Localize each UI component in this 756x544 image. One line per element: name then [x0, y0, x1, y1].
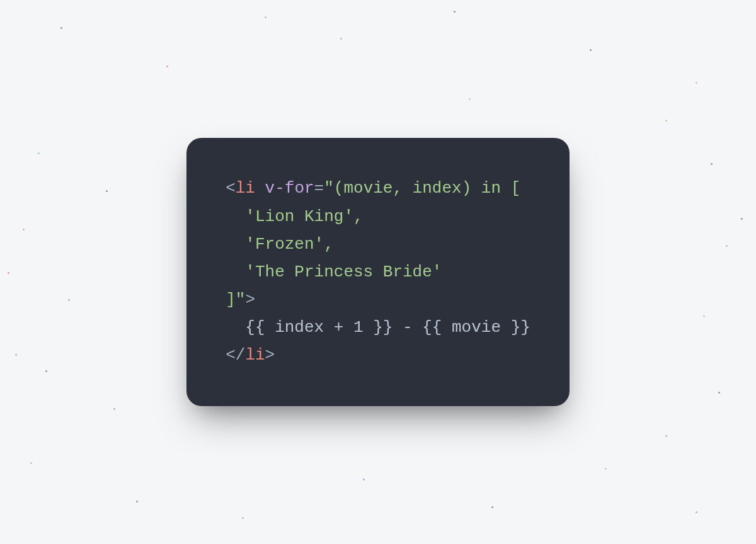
code-bracket: </ — [226, 346, 245, 365]
code-snippet-card: <li v-for="(movie, index) in [ 'Lion Kin… — [186, 138, 570, 405]
code-string: 'Lion King', — [226, 207, 363, 226]
code-string: 'The Princess Bride' — [226, 263, 442, 281]
code-string: "(movie, index) in [ — [324, 179, 520, 198]
code-block: <li v-for="(movie, index) in [ 'Lion Kin… — [226, 174, 530, 369]
code-text: {{ index + 1 }} - {{ movie }} — [226, 318, 530, 337]
code-bracket: > — [265, 346, 275, 365]
code-string: 'Frozen', — [226, 235, 334, 254]
code-string: ]" — [226, 290, 245, 309]
code-attribute: v-for — [265, 179, 314, 198]
code-tag: li — [236, 179, 255, 198]
code-tag: li — [245, 346, 265, 365]
code-bracket: > — [245, 290, 255, 309]
code-punct: = — [314, 179, 324, 198]
code-bracket: < — [226, 179, 236, 198]
